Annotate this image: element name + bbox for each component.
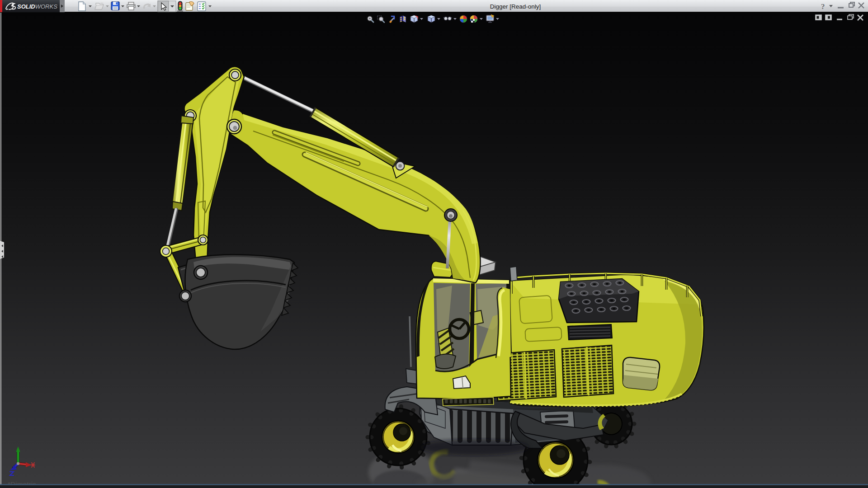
svg-text:?: ? bbox=[821, 2, 825, 11]
svg-text:Digger [Read-only]: Digger [Read-only] bbox=[490, 3, 541, 10]
svg-text:SOLIDWORKS: SOLIDWORKS bbox=[17, 3, 57, 10]
